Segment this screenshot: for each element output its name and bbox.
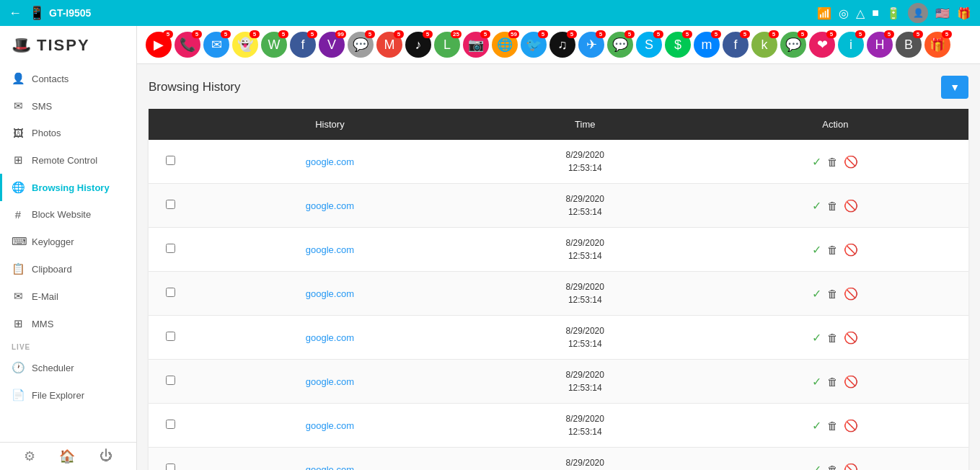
app-icon-4[interactable]: W5 xyxy=(261,32,287,58)
app-icon-26[interactable]: B5 xyxy=(896,32,922,58)
checkbox-0[interactable] xyxy=(166,156,175,165)
filter-button[interactable]: ▼ xyxy=(941,76,968,99)
app-icon-25[interactable]: H5 xyxy=(867,32,893,58)
action-check-7[interactable]: ✓ xyxy=(812,463,821,471)
action-check-6[interactable]: ✓ xyxy=(812,419,821,433)
row-url-7[interactable]: google.com xyxy=(192,448,468,471)
action-delete-2[interactable]: 🗑 xyxy=(827,244,838,256)
action-check-2[interactable]: ✓ xyxy=(812,243,821,257)
action-delete-1[interactable]: 🗑 xyxy=(827,200,838,212)
app-icon-1[interactable]: 📞5 xyxy=(175,32,200,58)
action-delete-6[interactable]: 🗑 xyxy=(827,420,838,432)
checkbox-6[interactable] xyxy=(166,420,175,429)
back-button[interactable]: ← xyxy=(9,6,22,21)
row-checkbox-6[interactable] xyxy=(149,404,192,448)
app-icon-15[interactable]: ✈5 xyxy=(578,32,604,58)
action-check-3[interactable]: ✓ xyxy=(812,287,821,301)
url-link-0[interactable]: google.com xyxy=(306,156,354,167)
action-block-3[interactable]: 🚫 xyxy=(844,287,858,301)
action-block-1[interactable]: 🚫 xyxy=(844,199,858,213)
app-icon-0[interactable]: ▶5 xyxy=(146,32,172,58)
sidebar-item-email[interactable]: ✉ E-Mail xyxy=(0,283,136,310)
row-url-3[interactable]: google.com xyxy=(192,272,468,316)
action-check-4[interactable]: ✓ xyxy=(812,331,821,345)
action-block-0[interactable]: 🚫 xyxy=(844,155,858,169)
checkbox-3[interactable] xyxy=(166,288,175,297)
checkbox-1[interactable] xyxy=(166,200,175,209)
sidebar-item-clipboard[interactable]: 📋 Clipboard xyxy=(0,255,136,283)
app-icon-12[interactable]: 🌐59 xyxy=(492,32,518,58)
sidebar-item-sms[interactable]: ✉ SMS xyxy=(0,92,136,120)
action-delete-4[interactable]: 🗑 xyxy=(827,332,838,344)
app-icon-10[interactable]: L25 xyxy=(434,32,460,58)
row-url-1[interactable]: google.com xyxy=(192,184,468,228)
action-delete-7[interactable]: 🗑 xyxy=(827,464,838,471)
action-block-6[interactable]: 🚫 xyxy=(844,419,858,433)
action-delete-5[interactable]: 🗑 xyxy=(827,376,838,388)
url-link-4[interactable]: google.com xyxy=(306,332,354,343)
app-icon-5[interactable]: f5 xyxy=(290,32,316,58)
action-check-0[interactable]: ✓ xyxy=(812,155,821,169)
row-checkbox-5[interactable] xyxy=(149,360,192,404)
app-icon-9[interactable]: ♪5 xyxy=(405,32,431,58)
action-delete-3[interactable]: 🗑 xyxy=(827,288,838,300)
app-icon-7[interactable]: 💬5 xyxy=(348,32,374,58)
action-block-2[interactable]: 🚫 xyxy=(844,243,858,257)
app-icon-13[interactable]: 🐦5 xyxy=(521,32,547,58)
sidebar-item-contacts[interactable]: 👤 Contacts xyxy=(0,65,136,92)
row-url-4[interactable]: google.com xyxy=(192,316,468,360)
row-url-0[interactable]: google.com xyxy=(192,140,468,184)
app-icon-27[interactable]: 🎁5 xyxy=(924,32,950,58)
settings-icon[interactable]: ⚙ xyxy=(24,448,35,464)
url-link-3[interactable]: google.com xyxy=(306,288,354,299)
row-url-5[interactable]: google.com xyxy=(192,360,468,404)
power-icon[interactable]: ⏻ xyxy=(100,448,112,464)
gift-icon[interactable]: 🎁 xyxy=(957,6,971,20)
sidebar-item-scheduler[interactable]: 🕐 Scheduler xyxy=(0,354,136,381)
app-icon-11[interactable]: 📷5 xyxy=(463,32,489,58)
app-icon-6[interactable]: V99 xyxy=(319,32,345,58)
home-icon[interactable]: 🏠 xyxy=(59,448,75,464)
checkbox-5[interactable] xyxy=(166,376,175,385)
action-delete-0[interactable]: 🗑 xyxy=(827,156,838,168)
action-block-7[interactable]: 🚫 xyxy=(844,463,858,471)
row-checkbox-7[interactable] xyxy=(149,448,192,471)
app-icon-23[interactable]: ❤5 xyxy=(809,32,835,58)
url-link-7[interactable]: google.com xyxy=(306,464,354,471)
action-check-5[interactable]: ✓ xyxy=(812,375,821,389)
url-link-1[interactable]: google.com xyxy=(306,200,354,211)
row-checkbox-2[interactable] xyxy=(149,228,192,272)
action-block-4[interactable]: 🚫 xyxy=(844,331,858,345)
sidebar-item-block-website[interactable]: # Block Website xyxy=(0,201,136,228)
sidebar-item-remote-control[interactable]: ⊞ Remote Control xyxy=(0,146,136,174)
app-icon-22[interactable]: 💬5 xyxy=(780,32,806,58)
app-icon-16[interactable]: 💬5 xyxy=(607,32,633,58)
checkbox-7[interactable] xyxy=(166,464,175,470)
app-icon-8[interactable]: M5 xyxy=(376,32,402,58)
avatar[interactable]: 👤 xyxy=(908,3,928,23)
app-icon-2[interactable]: ✉5 xyxy=(203,32,229,58)
sidebar-item-mms[interactable]: ⊞ MMS xyxy=(0,310,136,337)
checkbox-4[interactable] xyxy=(166,332,175,341)
app-icon-21[interactable]: k5 xyxy=(751,32,777,58)
app-icon-20[interactable]: f5 xyxy=(723,32,749,58)
row-checkbox-4[interactable] xyxy=(149,316,192,360)
row-checkbox-1[interactable] xyxy=(149,184,192,228)
action-check-1[interactable]: ✓ xyxy=(812,199,821,213)
action-block-5[interactable]: 🚫 xyxy=(844,375,858,389)
url-link-5[interactable]: google.com xyxy=(306,376,354,387)
sidebar-item-file-explorer[interactable]: 📄 File Explorer xyxy=(0,381,136,409)
row-checkbox-0[interactable] xyxy=(149,140,192,184)
sidebar-item-keylogger[interactable]: ⌨ Keylogger xyxy=(0,228,136,255)
row-checkbox-3[interactable] xyxy=(149,272,192,316)
sidebar-item-photos[interactable]: 🖼 Photos xyxy=(0,120,136,146)
app-icon-3[interactable]: 👻5 xyxy=(232,32,258,58)
app-icon-19[interactable]: m5 xyxy=(694,32,720,58)
app-icon-17[interactable]: S5 xyxy=(636,32,662,58)
app-icon-14[interactable]: ♫5 xyxy=(549,32,575,58)
sidebar-item-browsing-history[interactable]: 🌐 Browsing History xyxy=(0,174,136,201)
row-url-6[interactable]: google.com xyxy=(192,404,468,448)
url-link-2[interactable]: google.com xyxy=(306,244,354,255)
row-url-2[interactable]: google.com xyxy=(192,228,468,272)
checkbox-2[interactable] xyxy=(166,244,175,253)
